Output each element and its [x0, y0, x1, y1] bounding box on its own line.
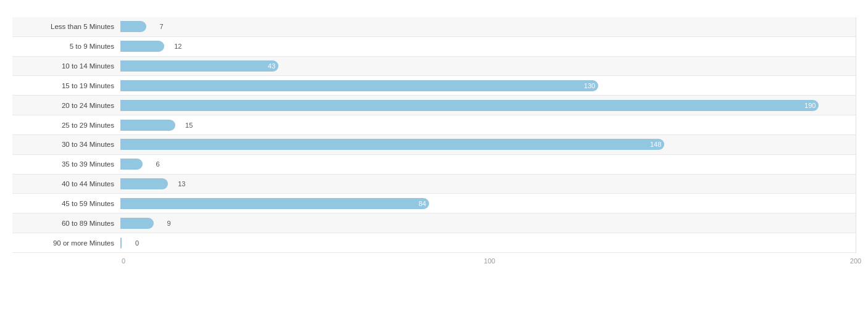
bar-row: 25 to 29 Minutes15	[12, 115, 856, 135]
bar: 9	[120, 218, 154, 229]
bar: 84	[120, 198, 429, 209]
bar-label: 60 to 89 Minutes	[12, 220, 120, 227]
bar-wrapper: 190	[120, 96, 856, 115]
bar-wrapper: 9	[120, 213, 856, 233]
bar: 6	[120, 159, 143, 170]
chart-area: Less than 5 Minutes75 to 9 Minutes1210 t…	[12, 17, 856, 268]
chart-container: Less than 5 Minutes75 to 9 Minutes1210 t…	[0, 0, 868, 322]
bar-wrapper: 148	[120, 135, 856, 154]
bar-value: 13	[178, 180, 185, 188]
bar-value: 130	[584, 82, 595, 89]
bar-wrapper: 0	[120, 233, 856, 252]
bar: 12	[120, 41, 164, 52]
bar-label: 15 to 19 Minutes	[12, 82, 120, 89]
bar-label: 20 to 24 Minutes	[12, 102, 120, 109]
bar: 190	[120, 100, 819, 111]
bar-row: 15 to 19 Minutes130	[12, 76, 856, 96]
bar: 13	[120, 178, 168, 189]
bar-label: 45 to 59 Minutes	[12, 200, 120, 207]
bar-wrapper: 84	[120, 194, 856, 213]
bar-label: 30 to 34 Minutes	[12, 141, 120, 148]
bar: 7	[120, 21, 146, 32]
bar-value: 0	[135, 239, 139, 247]
bar-value: 6	[156, 160, 160, 168]
bar-value: 12	[174, 43, 182, 50]
bar-row: Less than 5 Minutes7	[12, 17, 856, 37]
bar: 15	[120, 120, 175, 131]
bar-wrapper: 13	[120, 175, 856, 194]
bar-wrapper: 6	[120, 155, 856, 174]
x-axis: 0100200	[123, 253, 856, 268]
bar-value: 84	[419, 200, 426, 207]
bar-value: 9	[167, 220, 170, 227]
bar-wrapper: 7	[120, 17, 856, 36]
bar-wrapper: 15	[120, 115, 856, 134]
grid-line	[856, 17, 856, 253]
bars-container: Less than 5 Minutes75 to 9 Minutes1210 t…	[12, 17, 856, 253]
bar-value: 148	[650, 141, 661, 148]
bar-label: 35 to 39 Minutes	[12, 160, 120, 168]
bar-row: 5 to 9 Minutes12	[12, 37, 856, 57]
bar-label: 25 to 29 Minutes	[12, 122, 120, 129]
bar-label: 40 to 44 Minutes	[12, 180, 120, 188]
bar-label: Less than 5 Minutes	[12, 23, 120, 30]
bar-label: 90 or more Minutes	[12, 239, 120, 247]
bar-wrapper: 130	[120, 76, 856, 95]
bar-row: 45 to 59 Minutes84	[12, 194, 856, 213]
bar: 0	[120, 237, 122, 249]
bar-value: 190	[804, 102, 816, 109]
bar-value: 7	[160, 23, 164, 30]
bars-section: Less than 5 Minutes75 to 9 Minutes1210 t…	[12, 17, 856, 253]
bar-wrapper: 12	[120, 37, 856, 56]
bar-row: 20 to 24 Minutes190	[12, 96, 856, 115]
bar-row: 30 to 34 Minutes148	[12, 135, 856, 155]
x-axis-label: 0	[122, 257, 125, 265]
bar-row: 10 to 14 Minutes43	[12, 57, 856, 76]
bar: 130	[120, 80, 598, 91]
bar: 43	[120, 60, 278, 72]
bar-wrapper: 43	[120, 57, 856, 76]
bar-value: 15	[185, 122, 193, 129]
bar-value: 43	[268, 62, 275, 70]
bar-row: 40 to 44 Minutes13	[12, 175, 856, 194]
x-axis-label: 200	[850, 257, 861, 265]
bar-row: 60 to 89 Minutes9	[12, 213, 856, 233]
bar-row: 35 to 39 Minutes6	[12, 155, 856, 175]
bar-label: 5 to 9 Minutes	[12, 43, 120, 50]
bar: 148	[120, 139, 664, 150]
x-axis-label: 100	[484, 257, 495, 265]
bar-label: 10 to 14 Minutes	[12, 62, 120, 70]
bar-row: 90 or more Minutes0	[12, 233, 856, 253]
